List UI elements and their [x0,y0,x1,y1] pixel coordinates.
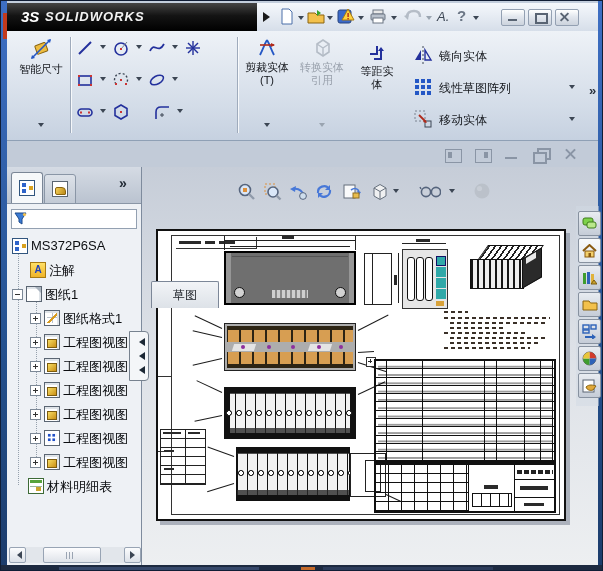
tree-item-annotations[interactable]: A 注解 [8,259,140,281]
doc-pane-right-icon[interactable] [475,149,492,163]
trim-entities-dropdown[interactable] [264,123,270,130]
tree-item-drawing-view-pattern[interactable]: 工程图视图 [8,427,140,449]
panel-tabs-overflow[interactable]: » [119,175,127,191]
drawing-sheet[interactable] [156,229,566,521]
side-module-view[interactable] [402,249,448,309]
print-dropdown[interactable] [391,16,397,23]
panel-hscrollbar[interactable] [9,547,139,563]
tree-item-drawing-view[interactable]: 工程图视图 [8,331,140,353]
help-icon[interactable]: ? [457,7,466,24]
new-document-icon[interactable] [279,8,295,29]
hide-show-items-icon[interactable] [419,181,441,201]
move-entities-dropdown[interactable] [569,117,575,124]
polygon-tool-icon[interactable] [111,102,131,122]
ellipse-dropdown[interactable] [172,77,178,84]
tree-item-drawing-view[interactable]: 工程图视图 [8,355,140,377]
expand-box[interactable] [30,433,41,444]
zoom-to-area-icon[interactable] [261,181,283,201]
spline-dropdown[interactable] [172,45,178,52]
expand-box[interactable] [30,361,41,372]
file-explorer-tab[interactable] [578,292,601,317]
display-style-icon[interactable] [369,181,391,201]
spline-tool-icon[interactable] [147,38,167,58]
view-palette-tab[interactable] [578,319,601,344]
rebuild-icon[interactable]: A. [437,9,449,24]
rectangle-tool-icon[interactable] [75,70,95,90]
open-dropdown[interactable] [327,16,333,23]
line-dropdown[interactable] [100,45,106,52]
help-dropdown[interactable] [473,16,479,23]
appearances-tab[interactable] [578,346,601,371]
expand-box[interactable] [30,409,41,420]
offset-entities-button[interactable]: 等距实体 [353,41,401,135]
previous-view-icon[interactable] [287,181,309,201]
mirror-entities-button[interactable]: 镜向实体 [411,45,601,67]
expand-box[interactable] [30,457,41,468]
zoom-to-fit-icon[interactable] [235,181,257,201]
maximize-button[interactable] [528,9,552,26]
custom-properties-tab[interactable] [578,373,601,398]
open-icon[interactable] [307,8,325,29]
minimize-button[interactable] [501,9,525,26]
feature-tree-tab[interactable] [11,172,43,203]
logo-flyout-arrow[interactable] [263,12,275,22]
linear-sketch-pattern-button[interactable]: 线性草图阵列 [411,77,601,99]
scroll-right-button[interactable] [124,547,141,563]
linear-pattern-dropdown[interactable] [569,85,575,92]
tree-item-root[interactable]: MS372P6SA [8,235,140,257]
isometric-view[interactable] [468,241,544,295]
circle-tool-icon[interactable] [111,38,131,58]
property-manager-tab[interactable] [44,174,76,204]
arc-dropdown[interactable] [136,77,142,84]
bom-table[interactable] [374,359,556,463]
print-icon[interactable] [369,9,387,28]
trim-entities-button[interactable]: 剪裁实体(T) [243,35,291,135]
tab-sketch[interactable]: 草图 [151,281,219,308]
tree-item-sheet1[interactable]: 图纸1 [8,283,140,305]
new-document-dropdown[interactable] [298,16,304,23]
toolbar-overflow-chevron[interactable]: » [589,83,596,98]
collapse-box[interactable] [12,289,23,300]
filter-input[interactable] [11,209,137,229]
ellipse-tool-icon[interactable] [147,70,167,90]
design-library-tab[interactable] [578,265,601,290]
tree-item-drawing-view[interactable]: 工程图视图 [8,403,140,425]
tree-item-bom[interactable]: 材料明细表 [8,475,140,497]
tree-item-drawing-view[interactable]: 工程图视图 [8,379,140,401]
doc-restore-button[interactable] [533,148,549,162]
doc-minimize-button[interactable] [505,157,517,159]
expand-box[interactable] [30,385,41,396]
expand-box[interactable] [30,337,41,348]
smart-dimension-button[interactable]: 智能尺寸 [15,35,67,135]
scroll-left-button[interactable] [9,547,26,563]
save-dropdown[interactable] [358,16,364,23]
circle-dropdown[interactable] [136,45,142,52]
doc-close-button[interactable] [563,148,579,162]
front-panel-view[interactable] [224,251,356,305]
front-panel-side-profile[interactable] [364,253,392,305]
display-style-dropdown[interactable] [393,189,399,196]
line-tool-icon[interactable] [75,38,95,58]
point-tool-icon[interactable] [183,38,203,58]
move-entities-button[interactable]: 移动实体 [411,109,601,131]
rotate-view-icon[interactable] [313,181,335,201]
panel-flyout-handle[interactable] [129,331,149,381]
hide-show-dropdown[interactable] [449,189,455,196]
fillet-tool-icon[interactable] [152,102,172,122]
tree-item-sheet-format[interactable]: 图纸格式1 [8,307,140,329]
scroll-thumb[interactable] [43,547,101,563]
sub-rack-module-view[interactable] [224,323,356,371]
close-button[interactable] [555,9,579,26]
tree-item-drawing-view[interactable]: 工程图视图 [8,451,140,473]
doc-pane-left-icon[interactable] [445,149,462,163]
slot-tool-icon[interactable] [75,102,95,122]
rectangle-dropdown[interactable] [100,77,106,84]
arc-tool-icon[interactable] [111,70,131,90]
save-icon[interactable] [337,7,355,29]
smart-dimension-dropdown[interactable] [38,123,44,130]
3d-drawing-view-icon[interactable] [341,181,363,201]
solidworks-forum-tab[interactable] [578,211,601,236]
fillet-dropdown[interactable] [177,109,183,116]
slot-dropdown[interactable] [100,109,106,116]
expand-box[interactable] [30,313,41,324]
